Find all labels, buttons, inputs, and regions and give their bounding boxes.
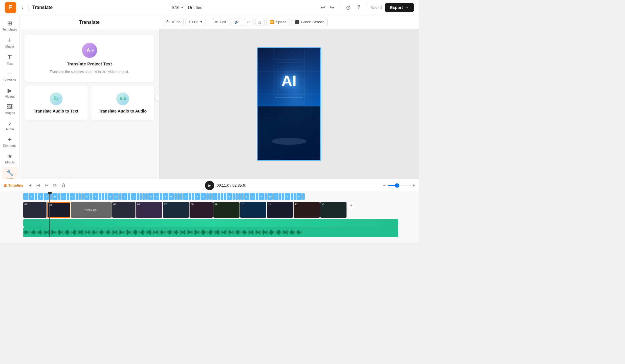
video-clip[interactable]: 09 [213, 202, 240, 218]
subtitle-chip: k [122, 193, 127, 200]
video-clip[interactable]: 12 [294, 202, 320, 218]
sidebar-item-subtitles[interactable]: ≡ Subtitles [2, 68, 18, 84]
subtitle-chip: N [169, 193, 174, 200]
subtitle-chip [189, 193, 191, 200]
save-status: Saved [370, 5, 382, 10]
play-controls: ▶ 00:11.0 / 02:35.6 [69, 181, 381, 190]
undo-button[interactable]: ↩ [319, 3, 327, 13]
audio-track-waveform [23, 227, 398, 237]
audio-to-audio-title: Translate Audio to Audio [99, 109, 147, 113]
subtitle-chip: T [29, 193, 34, 200]
audio-to-text-title: Translate Audio to Text [34, 109, 78, 113]
video-clip[interactable]: 02 [23, 202, 47, 218]
add-clip-button[interactable]: + [28, 181, 33, 190]
sidebar-item-images[interactable]: 🖼 Images [2, 101, 18, 117]
zoom-button[interactable]: 100% ▼ [185, 18, 206, 26]
edit-button[interactable]: ✏ Edit [212, 18, 229, 26]
subtitle-chip: N [52, 193, 58, 200]
subtitle-chip [206, 193, 209, 200]
zoom-in-button[interactable]: + [412, 183, 415, 188]
time-display: 00:11.0 / 02:35.6 [217, 183, 245, 188]
zoom-slider[interactable] [388, 185, 411, 186]
translate-project-text-card[interactable]: A → 文 Translate Project Text Translate t… [24, 35, 154, 82]
subtitle-chip: A [195, 193, 200, 200]
speed-button[interactable]: ⏩ Speed [266, 18, 290, 26]
video-clip[interactable]: 07 [163, 202, 189, 218]
sidebar-item-templates[interactable]: ⊞ Templates [2, 17, 18, 33]
translate-panel: Translate A → 文 Translate Project Text T… [20, 15, 159, 179]
translate-audio-text-card[interactable]: A Translate Audio to Text [24, 85, 88, 120]
subtitle-chip: N [154, 193, 159, 200]
subtitle-chip [265, 193, 267, 200]
record-button[interactable]: ⊙ [344, 2, 353, 13]
video-clip[interactable]: 08 [190, 202, 213, 218]
copy-button[interactable]: ⧉ [52, 181, 58, 190]
add-track-button[interactable]: + [347, 202, 355, 210]
subtitle-track: TTTTNLCCXECkCSNSNLAJTBKCHDTTC [23, 192, 395, 201]
help-button[interactable]: ? [356, 3, 362, 12]
subtitle-chip [192, 193, 194, 200]
svg-point-7 [124, 97, 126, 99]
subtitle-chip [238, 193, 241, 200]
translate-audio-audio-card[interactable]: → Translate Audio to Audio [91, 85, 155, 120]
cut-button[interactable]: ✂ [43, 181, 50, 190]
back-button[interactable]: ‹ [20, 3, 25, 12]
clock-icon: ⏱ [166, 20, 170, 24]
zoom-controls: − + [383, 183, 415, 188]
video-clip[interactable]: 13 [320, 202, 347, 218]
volume-button[interactable]: 🔊 [231, 18, 242, 26]
export-button[interactable]: Export → [385, 3, 414, 12]
audio-track-1 [23, 219, 398, 227]
split-button[interactable]: ⊟ [35, 181, 42, 190]
panel-header: Translate [20, 15, 159, 30]
video-clip[interactable]: 03 [47, 202, 70, 218]
chevron-down-icon: ▼ [181, 6, 183, 9]
subtitle-chip: B [227, 193, 232, 200]
redo-button[interactable]: ↪ [328, 3, 336, 13]
subtitle-chip [177, 193, 180, 200]
subtitle-chip [180, 193, 183, 200]
play-button[interactable]: ▶ [205, 181, 214, 190]
greenscreen-button[interactable]: ⬛ Green Screen [292, 18, 328, 26]
chevron-down-icon: ▼ [200, 20, 203, 24]
sidebar-item-elements[interactable]: ✦ Elements [2, 134, 18, 150]
subtitle-chip: L [61, 193, 66, 200]
zoom-out-button[interactable]: − [383, 183, 385, 188]
sidebar-item-text[interactable]: T Text [2, 51, 18, 68]
preview-canvas: AI [257, 29, 321, 179]
video-clip[interactable]: 11 [267, 202, 293, 218]
audio-to-audio-icon: → [116, 92, 129, 105]
subtitle-chip [102, 193, 104, 200]
subtitle-chip [174, 193, 177, 200]
preview-area: ⏱ 10.6s 100% ▼ ✏ Edit 🔊 ↩ △ ⏩ [159, 15, 419, 179]
subtitle-chip: T [38, 193, 43, 200]
subtitle-chip [209, 193, 212, 200]
videos-icon: ▶ [8, 87, 12, 94]
subtitle-chip [282, 193, 284, 200]
sidebar-item-effects[interactable]: ★ Effects [2, 150, 18, 166]
sidebar-item-tools[interactable]: 🔧 Tools [2, 167, 18, 179]
top-bar: F ‹ Translate 9:16 ▼ Untitled ↩ ↪ ⊙ ? Sa… [0, 0, 419, 15]
svg-text:文: 文 [91, 49, 94, 53]
crop-button[interactable]: △ [255, 18, 265, 26]
subtitle-chip [76, 193, 78, 200]
video-clip[interactable]: 06 [136, 202, 162, 218]
sidebar-item-videos[interactable]: ▶ Videos [2, 85, 18, 101]
timeline-tracks[interactable]: TTTTNLCCXECkCSNSNLAJTBKCHDTTC 0203Yuval … [0, 192, 419, 243]
greenscreen-icon: ⬛ [295, 20, 299, 24]
timeline-label: ⊞ Timeline [3, 183, 24, 188]
undo-clip-button[interactable]: ↩ [244, 18, 253, 26]
subtitle-chip [233, 193, 235, 200]
audio-icon: ♪ [8, 120, 11, 126]
delete-button[interactable]: 🗑 [60, 181, 67, 190]
sidebar-item-media[interactable]: + Media [2, 34, 18, 51]
video-clip[interactable]: 10 [240, 202, 266, 218]
video-clip[interactable]: 05 [112, 202, 135, 218]
playhead[interactable] [49, 192, 50, 237]
subtitle-chip: C [70, 193, 75, 200]
subtitle-chip: T [285, 193, 290, 200]
duration-button[interactable]: ⏱ 10.6s [163, 18, 184, 26]
sidebar-item-audio[interactable]: ♪ Audio [2, 117, 18, 133]
ratio-button[interactable]: 9:16 ▼ [169, 4, 186, 11]
video-clip[interactable]: Yuval Noa... [71, 202, 112, 218]
